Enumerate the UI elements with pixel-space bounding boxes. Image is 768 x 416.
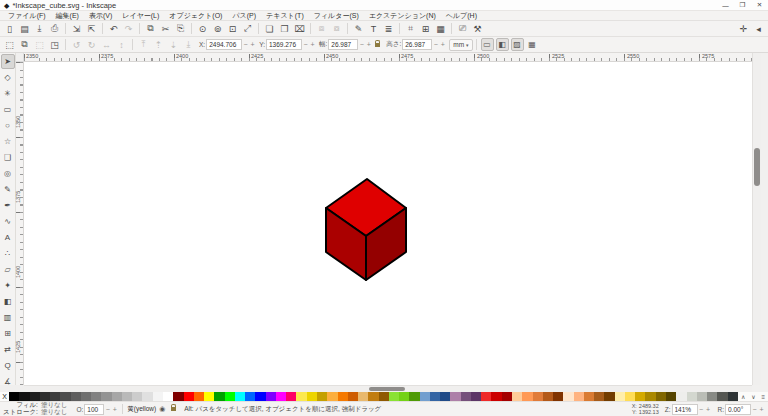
color-swatch[interactable] [656,392,666,401]
text-dialog-button[interactable]: T [366,22,381,36]
undo-button[interactable]: ↶ [106,22,121,36]
layers-dialog-button[interactable]: ≣ [381,22,396,36]
color-swatch[interactable] [450,392,460,401]
select-all-layers-button[interactable]: ⧉ [17,38,32,52]
zoom-tool[interactable]: Q [1,358,15,373]
x-decrement-icon[interactable]: − [242,41,249,48]
color-swatch[interactable] [522,392,532,401]
color-swatch[interactable] [697,392,707,401]
color-swatch[interactable] [707,392,717,401]
color-swatch[interactable] [563,392,573,401]
color-swatch[interactable] [225,392,235,401]
color-swatch[interactable] [338,392,348,401]
color-swatch[interactable] [81,392,91,401]
palette-scroll-up-icon[interactable]: ∧ [741,393,745,400]
export-button[interactable]: ⇱ [84,22,99,36]
align-distribute-dialog-button[interactable]: ⊞ [418,22,433,36]
color-swatch[interactable] [471,392,481,401]
color-swatch[interactable] [153,392,163,401]
redo-button[interactable]: ↷ [121,22,136,36]
zoom-increment-icon[interactable]: + [705,406,712,413]
color-swatch[interactable] [543,392,553,401]
color-swatch[interactable] [409,392,419,401]
color-swatch[interactable] [389,392,399,401]
color-swatch[interactable] [60,392,70,401]
color-swatch[interactable] [276,392,286,401]
color-swatch[interactable] [440,392,450,401]
gradient-tool[interactable]: ▥ [1,310,15,325]
red-cube-drawing[interactable] [324,178,408,282]
color-swatch[interactable] [491,392,501,401]
color-swatch[interactable] [368,392,378,401]
opacity-increment-icon[interactable]: + [111,406,118,413]
zoom-page-button[interactable]: ⊡ [225,22,240,36]
transform-gradient-toggle-button[interactable]: ▨ [511,38,524,51]
color-swatch[interactable] [50,392,60,401]
layer-lock-icon[interactable] [171,407,176,411]
menu-file[interactable]: ファイル(F) [3,11,51,21]
color-swatch[interactable] [728,392,738,401]
print-document-button[interactable]: ⎙ [47,22,62,36]
color-swatch[interactable] [184,392,194,401]
color-swatch[interactable] [9,392,19,401]
rotation-decrement-icon[interactable]: − [751,406,758,413]
text-tool[interactable]: A [1,230,15,245]
color-swatch[interactable] [194,392,204,401]
palette-menu-icon[interactable]: ≡ [762,394,766,400]
lower-button[interactable]: ⇣ [166,38,181,52]
spray-tool[interactable]: ∴ [1,246,15,261]
rotate-90-ccw-button[interactable]: ↺ [69,38,84,52]
color-swatch[interactable] [235,392,245,401]
color-swatch[interactable] [245,392,255,401]
canvas[interactable] [24,62,752,385]
menu-edit[interactable]: 編集(E) [51,11,84,21]
lower-to-bottom-button[interactable]: ⤓ [181,38,196,52]
group-button[interactable]: ⧈ [314,22,329,36]
vertical-ruler[interactable]: 1350137514001425 [16,62,24,385]
select-all-button[interactable]: ⬚ [2,38,17,52]
color-swatch[interactable] [91,392,101,401]
color-swatch[interactable] [30,392,40,401]
eraser-tool[interactable]: ▱ [1,262,15,277]
create-clone-button[interactable]: ❐ [277,22,292,36]
opacity-field[interactable] [84,404,104,415]
vertical-scrollbar-thumb[interactable] [754,148,760,186]
color-swatch[interactable] [512,392,522,401]
inkscape-preferences-button[interactable]: ⚒ [470,22,485,36]
horizontal-ruler[interactable]: 2350237524002425245024752500252525502575 [24,53,752,62]
rotate-90-cw-button[interactable]: ↻ [84,38,99,52]
width-increment-icon[interactable]: + [365,41,372,48]
color-swatch[interactable] [296,392,306,401]
color-swatch[interactable] [430,392,440,401]
transform-stroke-toggle-button[interactable]: ▭ [481,38,494,51]
color-swatch[interactable] [615,392,625,401]
box-3d-tool[interactable]: ❑ [1,150,15,165]
color-swatch[interactable] [481,392,491,401]
height-field[interactable] [402,39,432,50]
flip-vertical-button[interactable]: ↕ [114,38,129,52]
pencil-tool[interactable]: ✎ [1,182,15,197]
color-swatch[interactable] [604,392,614,401]
color-swatch[interactable] [645,392,655,401]
restore-button[interactable]: ❐ [734,0,751,10]
color-swatch[interactable] [132,392,142,401]
color-swatch[interactable] [635,392,645,401]
import-button[interactable]: ⇲ [69,22,84,36]
width-field[interactable] [328,39,358,50]
color-swatch[interactable] [420,392,430,401]
lock-ratio-icon[interactable] [375,43,380,47]
color-swatch[interactable] [173,392,183,401]
menu-view[interactable]: 表示(V) [84,11,117,21]
color-swatch[interactable] [594,392,604,401]
x-increment-icon[interactable]: + [249,41,256,48]
palette-scroll-down-icon[interactable]: ∨ [751,393,755,400]
selector-tool[interactable]: ➤ [1,54,15,69]
y-increment-icon[interactable]: + [309,41,316,48]
fill-stroke-indicator[interactable]: フィル: 塗りなし ストローク: 塗りなし [0,402,67,416]
select-next-button[interactable]: ◳ [47,38,62,52]
color-swatch[interactable] [40,392,50,401]
zoom-drawing-button[interactable]: ⊚ [210,22,225,36]
menu-filters[interactable]: フィルター(S) [309,11,364,21]
cut-button[interactable]: ✂ [158,22,173,36]
color-swatch[interactable] [19,392,29,401]
